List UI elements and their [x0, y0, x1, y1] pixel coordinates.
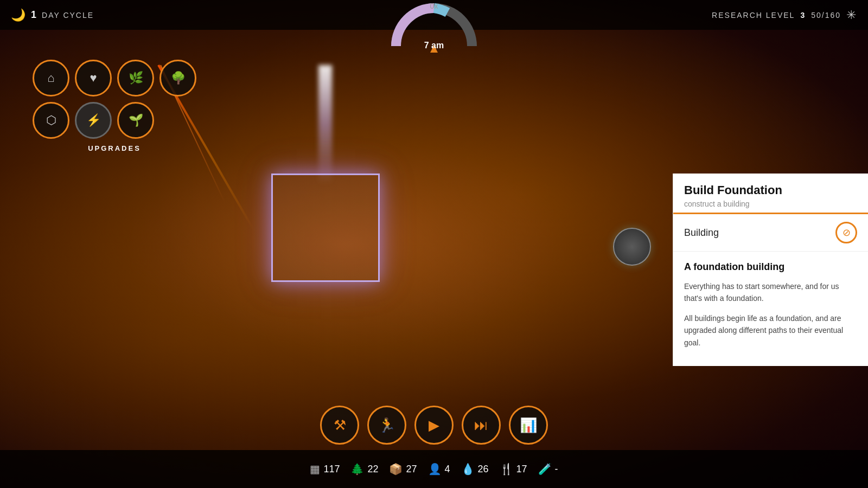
tiles-icon: ▦	[310, 463, 320, 476]
action-play[interactable]: ▶	[414, 406, 454, 445]
hud-icon-box[interactable]: ⬡	[33, 102, 69, 139]
day-number: 1	[31, 9, 37, 21]
multiplier: 0x	[430, 2, 438, 10]
food-value: 17	[516, 464, 527, 475]
research-info: RESEARCH LEVEL 3 50/160 ✳	[712, 8, 857, 22]
resource-water: 💧 26	[461, 463, 489, 476]
description-paragraph-2: All buildings begin life as a foundation…	[684, 312, 857, 349]
cancel-button[interactable]: ⊘	[835, 222, 857, 243]
panel-header: Build Foundation construct a building	[673, 174, 868, 214]
hud-icon-tree[interactable]: 🌳	[159, 60, 196, 97]
clock-container: 0x 7 am	[388, 0, 480, 57]
foundation-area	[271, 174, 380, 282]
tiles-value: 117	[323, 464, 340, 475]
resource-people: 👤 4	[428, 463, 450, 476]
panel-section-label: Building	[684, 227, 719, 239]
hud-icon-health[interactable]: ♥	[75, 60, 112, 97]
box-value: 27	[406, 464, 417, 475]
resource-food: 🍴 17	[500, 463, 527, 476]
action-tools[interactable]: ⚒	[320, 406, 359, 445]
action-run[interactable]: 🏃	[367, 406, 406, 445]
resource-science: 🧪 -	[538, 463, 558, 476]
left-hud: ⌂ ♥ 🌿 🌳 ⬡ ⚡ 🌱 UPGRADES	[33, 60, 196, 152]
moon-icon: 🌙	[11, 8, 27, 22]
resource-box: 📦 27	[389, 463, 417, 476]
robot-object	[613, 228, 651, 266]
research-label: RESEARCH LEVEL	[712, 11, 795, 20]
panel-subtitle: construct a building	[684, 200, 857, 208]
upgrades-label: UPGRADES	[33, 144, 196, 152]
top-bar: 🌙 1 DAY CYCLE 0x 7 am RESEARCH LEVEL 3 5…	[0, 0, 868, 30]
bottom-actions: ⚒ 🏃 ▶ ⏭ 📊	[320, 406, 548, 445]
action-forward[interactable]: ⏭	[462, 406, 501, 445]
trees-icon: 🌲	[350, 463, 364, 476]
trees-value: 22	[367, 464, 378, 475]
panel-building-section: Building ⊘	[673, 214, 868, 252]
water-value: 26	[478, 464, 489, 475]
resource-tiles: ▦ 117	[310, 463, 340, 476]
hud-row-1: ⌂ ♥ 🌿 🌳	[33, 60, 196, 97]
time-display: 7 am	[424, 41, 444, 50]
hud-icon-power[interactable]: ⚡	[75, 102, 112, 139]
people-icon: 👤	[428, 463, 442, 476]
research-progress: 50/160	[811, 11, 841, 20]
day-cycle-label: DAY CYCLE	[42, 11, 94, 20]
research-icon: ✳	[846, 8, 857, 22]
science-value: -	[555, 464, 558, 475]
day-cycle-info: 🌙 1 DAY CYCLE	[11, 8, 94, 22]
food-icon: 🍴	[500, 463, 513, 476]
hud-icon-home[interactable]: ⌂	[33, 60, 69, 97]
right-panel: Build Foundation construct a building Bu…	[673, 174, 868, 366]
hud-row-2: ⬡ ⚡ 🌱	[33, 102, 196, 139]
description-paragraph-1: Everything has to start somewhere, and f…	[684, 280, 857, 305]
people-value: 4	[445, 464, 450, 475]
description-title: A foundation building	[684, 261, 857, 273]
science-icon: 🧪	[538, 463, 552, 476]
vertical-beam	[318, 65, 332, 184]
action-chart[interactable]: 📊	[509, 406, 548, 445]
panel-description: A foundation building Everything has to …	[673, 252, 868, 366]
resources: ▦ 117 🌲 22 📦 27 👤 4 💧 26 🍴 17 🧪 -	[310, 463, 558, 476]
panel-title: Build Foundation	[684, 183, 857, 197]
hud-icon-sprout[interactable]: 🌱	[117, 102, 154, 139]
hud-icon-nature[interactable]: 🌿	[117, 60, 154, 97]
resource-trees: 🌲 22	[350, 463, 378, 476]
box-icon: 📦	[389, 463, 403, 476]
bottom-bar: ▦ 117 🌲 22 📦 27 👤 4 💧 26 🍴 17 🧪 -	[0, 450, 868, 488]
water-icon: 💧	[461, 463, 475, 476]
research-level: 3	[800, 11, 806, 20]
